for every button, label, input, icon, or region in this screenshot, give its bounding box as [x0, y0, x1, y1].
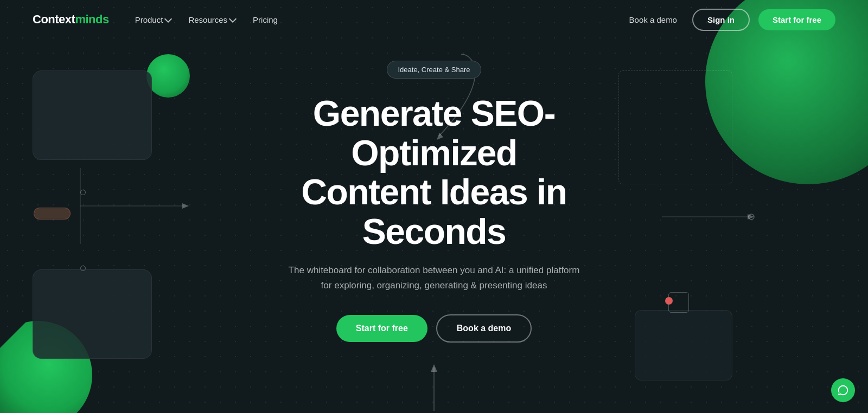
nav-left: Contextminds Product Resources Pricing — [33, 11, 284, 29]
nav-link-product[interactable]: Product — [129, 11, 178, 29]
hero-cta-buttons: Start for free Book a demo — [336, 314, 532, 343]
nav-links: Product Resources Pricing — [129, 11, 284, 29]
book-demo-button-nav[interactable]: Book a demo — [623, 11, 684, 29]
book-demo-button-hero[interactable]: Book a demo — [436, 314, 532, 343]
hero-title: Generate SEO-Optimized Content Ideas in … — [239, 94, 629, 251]
start-free-button-nav[interactable]: Start for free — [758, 9, 835, 30]
navbar: Contextminds Product Resources Pricing B… — [0, 0, 868, 39]
nav-link-pricing[interactable]: Pricing — [246, 11, 284, 29]
logo[interactable]: Contextminds — [33, 12, 109, 27]
nav-right: Book a demo Sign in Start for free — [623, 9, 835, 31]
hero-section: Ideate, Create & Share Generate SEO-Opti… — [0, 61, 868, 343]
chat-support-icon[interactable] — [831, 378, 855, 402]
sign-in-button[interactable]: Sign in — [692, 9, 750, 31]
decorative-arrow-bottom — [429, 362, 439, 413]
svg-marker-5 — [431, 364, 437, 372]
start-free-button-hero[interactable]: Start for free — [336, 315, 427, 342]
nav-link-resources[interactable]: Resources — [182, 11, 242, 29]
chevron-down-icon — [229, 15, 237, 22]
chevron-down-icon — [164, 15, 172, 22]
hero-subtitle: The whiteboard for collaboration between… — [282, 263, 586, 292]
logo-context: Context — [33, 12, 75, 26]
hero-badge: Ideate, Create & Share — [387, 61, 482, 79]
logo-minds: minds — [75, 12, 108, 26]
